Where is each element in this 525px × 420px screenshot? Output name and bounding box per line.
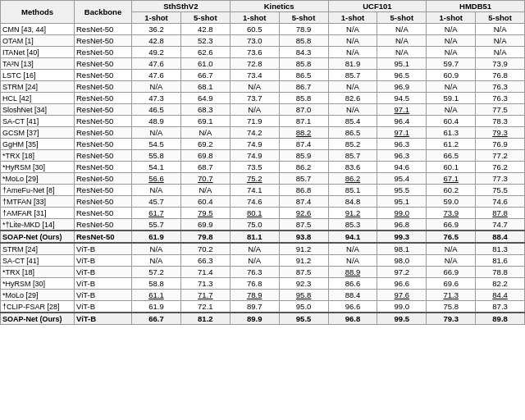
backbone-name: ResNet-50: [75, 47, 132, 58]
data-cell: 84.4: [476, 290, 525, 301]
backbone-name: ResNet-50: [75, 196, 132, 208]
data-cell: 84.8: [328, 196, 377, 208]
data-cell: 86.8: [279, 185, 328, 196]
sth-5shot: 5-shot: [180, 12, 230, 24]
data-cell: 66.9: [427, 267, 476, 278]
method-name: SA-CT [41]: [1, 255, 75, 267]
backbone-name: ResNet-50: [75, 104, 132, 116]
data-cell: 68.3: [180, 104, 230, 116]
ucf-1shot: 1-shot: [328, 12, 377, 24]
data-cell: 87.4: [279, 196, 328, 208]
data-cell: 86.6: [328, 278, 377, 290]
data-cell: 82.6: [328, 93, 377, 104]
data-cell: 88.9: [328, 267, 377, 278]
table-row: SA-CT [41]ViT-BN/A66.3N/A91.2N/A98.0N/A8…: [1, 255, 525, 267]
data-cell: N/A: [328, 255, 377, 267]
method-name: SA-CT [41]: [1, 116, 75, 127]
data-cell: 84.3: [279, 47, 328, 58]
data-cell: 99.3: [377, 231, 427, 243]
data-cell: 87.5: [279, 267, 328, 278]
data-cell: 91.2: [279, 243, 328, 255]
table-row: *MoLo [29]ViT-B61.171.778.995.888.497.67…: [1, 290, 525, 301]
data-cell: 99.0: [377, 208, 427, 219]
method-name: †MTFAN [33]: [1, 196, 75, 208]
data-cell: 86.7: [279, 81, 328, 93]
method-name: GgHM [35]: [1, 139, 75, 150]
data-cell: 85.7: [328, 150, 377, 162]
method-name: OTAM [1]: [1, 35, 75, 47]
data-cell: 61.3: [427, 127, 476, 139]
data-cell: N/A: [377, 47, 427, 58]
data-cell: 96.8: [377, 219, 427, 231]
data-cell: 72.8: [230, 58, 279, 70]
data-cell: 58.8: [132, 278, 181, 290]
data-cell: 86.2: [279, 162, 328, 173]
backbone-name: ViT-B: [75, 267, 132, 278]
backbone-name: ResNet-50: [75, 231, 132, 243]
method-name: TA²N [13]: [1, 58, 75, 70]
method-name: †AMFAR [31]: [1, 208, 75, 219]
table-row: †CLIP-FSAR [28]ViT-B61.972.189.795.096.6…: [1, 301, 525, 313]
column-group-header: Methods Backbone SthSthV2 Kinetics UCF10…: [1, 1, 525, 12]
data-cell: N/A: [427, 81, 476, 93]
data-cell: 76.2: [476, 162, 525, 173]
data-cell: 87.8: [476, 208, 525, 219]
data-cell: N/A: [427, 35, 476, 47]
data-cell: 73.7: [230, 93, 279, 104]
data-cell: 91.2: [279, 255, 328, 267]
backbone-name: ResNet-50: [75, 58, 132, 70]
data-cell: 61.1: [132, 290, 181, 301]
data-cell: 66.9: [427, 219, 476, 231]
data-cell: N/A: [377, 35, 427, 47]
data-cell: 93.8: [279, 231, 328, 243]
data-cell: 78.3: [476, 116, 525, 127]
data-cell: 55.7: [132, 219, 181, 231]
backbone-name: ResNet-50: [75, 219, 132, 231]
data-cell: 83.6: [328, 162, 377, 173]
backbone-name: ResNet-50: [75, 127, 132, 139]
data-cell: 96.9: [377, 81, 427, 93]
data-cell: 36.2: [132, 24, 181, 35]
data-cell: 96.8: [328, 313, 377, 325]
data-cell: 87.5: [279, 219, 328, 231]
data-cell: 95.5: [377, 185, 427, 196]
data-cell: 96.3: [377, 150, 427, 162]
data-cell: 97.1: [377, 104, 427, 116]
method-name: GCSM [37]: [1, 127, 75, 139]
data-cell: 71.3: [180, 278, 230, 290]
method-name: *HyRSM [30]: [1, 278, 75, 290]
data-cell: N/A: [476, 35, 525, 47]
data-cell: 85.8: [279, 93, 328, 104]
method-name: LSTC [16]: [1, 70, 75, 81]
data-cell: 69.6: [427, 278, 476, 290]
backbone-header: Backbone: [75, 1, 132, 24]
data-cell: 92.6: [279, 208, 328, 219]
data-cell: N/A: [328, 104, 377, 116]
data-cell: 97.1: [377, 127, 427, 139]
data-cell: N/A: [377, 24, 427, 35]
table-row: STRM [24]ResNet-50N/A68.1N/A86.7N/A96.9N…: [1, 81, 525, 93]
data-cell: N/A: [328, 47, 377, 58]
data-cell: 77.2: [476, 150, 525, 162]
backbone-name: ResNet-50: [75, 173, 132, 185]
data-cell: 92.3: [279, 278, 328, 290]
backbone-name: ResNet-50: [75, 116, 132, 127]
data-cell: 60.5: [230, 24, 279, 35]
data-cell: 95.4: [377, 173, 427, 185]
backbone-name: ViT-B: [75, 255, 132, 267]
hmdb-1shot: 1-shot: [427, 12, 476, 24]
data-cell: N/A: [180, 185, 230, 196]
data-cell: 60.9: [427, 70, 476, 81]
data-cell: 47.3: [132, 93, 181, 104]
data-cell: 74.9: [230, 139, 279, 150]
data-cell: 62.6: [180, 47, 230, 58]
data-cell: 70.2: [180, 243, 230, 255]
data-cell: N/A: [328, 24, 377, 35]
data-cell: N/A: [328, 243, 377, 255]
data-cell: 71.4: [180, 267, 230, 278]
data-cell: 42.8: [180, 24, 230, 35]
data-cell: 87.3: [476, 301, 525, 313]
data-cell: 81.1: [230, 231, 279, 243]
table-row: *TRX [18]ViT-B57.271.476.387.588.997.266…: [1, 267, 525, 278]
table-row: *HyRSM [30]ViT-B58.871.376.892.386.696.6…: [1, 278, 525, 290]
